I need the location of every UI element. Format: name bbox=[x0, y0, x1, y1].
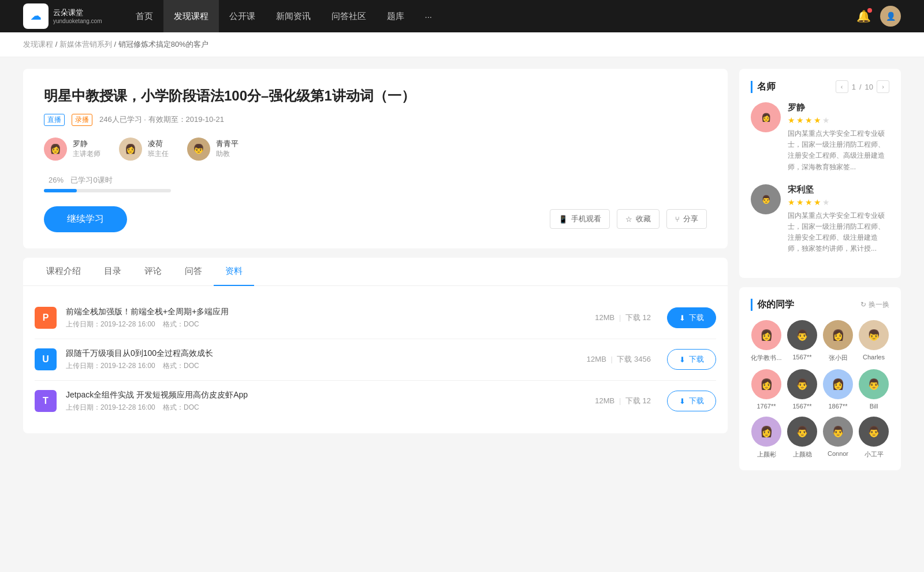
classmate-avatar[interactable]: 👩 bbox=[751, 320, 781, 350]
resource-item: U 跟随千万级项目从0到100全过程高效成长 上传日期：2019-12-28 1… bbox=[35, 339, 716, 381]
star-icon: ☆ bbox=[625, 215, 632, 224]
resource-icon-0: P bbox=[35, 307, 57, 329]
breadcrumb-series[interactable]: 新媒体营销系列 bbox=[59, 40, 112, 49]
tag-replay: 录播 bbox=[72, 114, 92, 126]
classmate-avatar[interactable]: 👨 bbox=[787, 369, 817, 399]
teacher-name-0: 罗静 bbox=[788, 102, 889, 113]
classmate-avatar[interactable]: 👨 bbox=[787, 320, 817, 350]
tab-material[interactable]: 资料 bbox=[214, 258, 254, 286]
collect-button[interactable]: ☆ 收藏 bbox=[617, 209, 660, 229]
continue-button[interactable]: 继续学习 bbox=[44, 206, 127, 232]
classmate-name: 化学教书... bbox=[751, 354, 781, 362]
tab-review[interactable]: 评论 bbox=[133, 258, 173, 286]
resource-info-2: Jetpack全组件实战 开发短视频应用高仿皮皮虾App 上传日期：2019-1… bbox=[66, 390, 579, 413]
nav-items: 首页 发现课程 公开课 新闻资讯 问答社区 题库 ··· bbox=[125, 0, 856, 32]
download-icon: ⬇ bbox=[679, 355, 685, 364]
instructors: 👩 罗静 主讲老师 👩 凌荷 班主任 👦 青青平 bbox=[44, 138, 707, 161]
classmate-item: 👩 张小田 bbox=[822, 320, 854, 362]
mobile-icon: 📱 bbox=[558, 215, 568, 224]
mobile-view-button[interactable]: 📱 手机观看 bbox=[550, 209, 610, 229]
nav-more[interactable]: ··· bbox=[415, 0, 443, 32]
logo-name: 云朵课堂 bbox=[53, 8, 102, 18]
notification-dot bbox=[867, 8, 872, 13]
download-button-1[interactable]: ⬇ 下载 bbox=[667, 349, 716, 370]
download-button-2[interactable]: ⬇ 下载 bbox=[667, 391, 716, 411]
resource-name-2: Jetpack全组件实战 开发短视频应用高仿皮皮虾App bbox=[66, 390, 579, 400]
classmate-avatar[interactable]: 👨 bbox=[859, 417, 889, 447]
classmate-avatar[interactable]: 👨 bbox=[823, 417, 853, 447]
resource-icon-1: U bbox=[35, 348, 57, 370]
teacher-item-1: 👨 宋利坚 ★ ★ ★ ★ ★ 国内某重点大学安全工程专业硕士，国家一级注册消防… bbox=[751, 184, 889, 255]
nav-qa[interactable]: 问答社区 bbox=[321, 0, 377, 32]
resource-item: T Jetpack全组件实战 开发短视频应用高仿皮皮虾App 上传日期：2019… bbox=[35, 381, 716, 422]
classmates-header: 你的同学 ↻ 换一换 bbox=[751, 299, 889, 311]
classmate-item: 👨 Bill bbox=[858, 369, 889, 410]
classmate-avatar[interactable]: 👩 bbox=[823, 369, 853, 399]
course-title: 明星中教授课，小学阶段语法100分–强化级第1讲动词（一） bbox=[44, 86, 707, 106]
nav-logo[interactable]: ☁ 云朵课堂 yunduoketang.com bbox=[23, 3, 102, 29]
refresh-classmates-button[interactable]: ↻ 换一换 bbox=[860, 300, 889, 310]
classmate-avatar[interactable]: 👩 bbox=[751, 417, 781, 447]
right-panel: 名师 ‹ 1 / 10 › 👩 罗静 ★ ★ ★ ★ bbox=[739, 69, 901, 470]
share-button[interactable]: ⑂ 分享 bbox=[666, 209, 707, 229]
nav-home[interactable]: 首页 bbox=[125, 0, 163, 32]
classmate-item: 👩 1767** bbox=[751, 369, 782, 410]
share-icon: ⑂ bbox=[675, 215, 680, 224]
progress-label: 26% 已学习0课时 bbox=[44, 174, 707, 185]
action-buttons: 📱 手机观看 ☆ 收藏 ⑂ 分享 bbox=[550, 209, 707, 229]
classmate-avatar[interactable]: 👦 bbox=[859, 320, 889, 350]
classmate-item: 👨 上颜稳 bbox=[787, 417, 818, 459]
teachers-prev-button[interactable]: ‹ bbox=[836, 80, 848, 93]
resource-meta-0: 上传日期：2019-12-28 16:00 格式：DOC bbox=[66, 320, 579, 329]
teachers-next-button[interactable]: › bbox=[877, 80, 889, 93]
classmate-item: 👨 1567** bbox=[787, 320, 818, 362]
nav-news[interactable]: 新闻资讯 bbox=[266, 0, 321, 32]
tab-catalog[interactable]: 目录 bbox=[92, 258, 133, 286]
instructor-role-1: 班主任 bbox=[148, 149, 169, 159]
classmate-name: 上颜稳 bbox=[793, 450, 812, 459]
teachers-page-total: 10 bbox=[865, 83, 873, 91]
classmate-name: 1767** bbox=[757, 403, 776, 410]
logo-sub: yunduoketang.com bbox=[53, 18, 102, 24]
tabs-content: P 前端全栈加强版！前端全栈+全周期+多端应用 上传日期：2019-12-28 … bbox=[23, 286, 728, 433]
tabs-card: 课程介绍 目录 评论 问答 资料 P 前端全栈加强版！前端全栈+全周期+多端应用… bbox=[23, 258, 728, 433]
nav-discover[interactable]: 发现课程 bbox=[163, 0, 219, 32]
classmate-avatar[interactable]: 👩 bbox=[823, 320, 853, 350]
resource-icon-2: T bbox=[35, 390, 57, 412]
classmate-avatar[interactable]: 👨 bbox=[859, 369, 889, 399]
classmate-item: 👨 小工平 bbox=[858, 417, 889, 459]
classmate-name: 小工平 bbox=[865, 450, 884, 459]
resource-meta-1: 上传日期：2019-12-28 16:00 格式：DOC bbox=[66, 361, 571, 371]
classmate-avatar[interactable]: 👨 bbox=[787, 417, 817, 447]
logo-box: ☁ bbox=[23, 3, 49, 29]
tab-intro[interactable]: 课程介绍 bbox=[35, 258, 92, 286]
classmate-name: 1567** bbox=[792, 354, 811, 361]
teachers-title: 名师 bbox=[751, 81, 776, 93]
classmate-item: 👨 Connor bbox=[822, 417, 854, 459]
instructor-name-1: 凌荷 bbox=[148, 139, 169, 149]
classmate-item: 👨 1567** bbox=[787, 369, 818, 410]
resource-item: P 前端全栈加强版！前端全栈+全周期+多端应用 上传日期：2019-12-28 … bbox=[35, 298, 716, 339]
progress-bar-fill bbox=[44, 189, 77, 192]
tag-live: 直播 bbox=[44, 114, 65, 126]
nav-open[interactable]: 公开课 bbox=[219, 0, 266, 32]
logo-text-group: 云朵课堂 yunduoketang.com bbox=[53, 8, 102, 24]
resource-name-0: 前端全栈加强版！前端全栈+全周期+多端应用 bbox=[66, 307, 579, 317]
classmate-name: 1567** bbox=[792, 403, 811, 410]
teacher-avatar-0: 👩 bbox=[751, 102, 781, 132]
teacher-desc-0: 国内某重点大学安全工程专业硕士，国家一级注册消防工程师、注册安全工程师、高级注册… bbox=[788, 128, 889, 173]
download-button-0[interactable]: ⬇ 下载 bbox=[667, 307, 716, 328]
resource-size-1: 12MB | 下载 3456 bbox=[587, 354, 651, 365]
user-avatar[interactable]: 👤 bbox=[880, 6, 901, 27]
teacher-avatar-1: 👨 bbox=[751, 184, 781, 214]
resource-size-2: 12MB | 下载 12 bbox=[595, 396, 651, 406]
teachers-pagination: ‹ 1 / 10 › bbox=[836, 80, 889, 93]
breadcrumb-discover[interactable]: 发现课程 bbox=[23, 40, 53, 49]
download-icon: ⬇ bbox=[679, 397, 685, 406]
tab-qa[interactable]: 问答 bbox=[173, 258, 214, 286]
notification-bell[interactable]: 🔔 bbox=[856, 9, 871, 23]
teacher-name-1: 宋利坚 bbox=[788, 184, 889, 195]
classmate-avatar[interactable]: 👩 bbox=[751, 369, 781, 399]
tabs-header: 课程介绍 目录 评论 问答 资料 bbox=[23, 258, 728, 286]
nav-question-bank[interactable]: 题库 bbox=[377, 0, 415, 32]
